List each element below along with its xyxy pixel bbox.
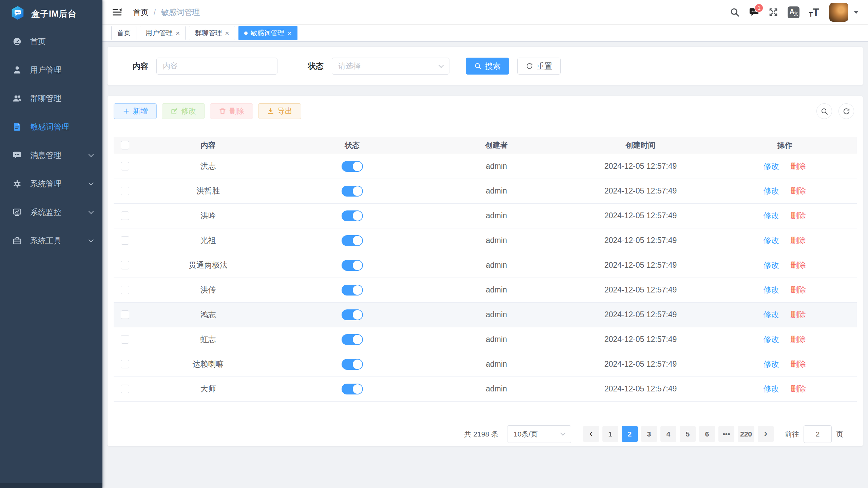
row-edit-link[interactable]: 修改	[764, 211, 779, 220]
row-checkbox[interactable]	[121, 335, 129, 344]
status-toggle[interactable]	[342, 359, 363, 370]
row-checkbox[interactable]	[121, 211, 129, 220]
sidebar-item-toolbox[interactable]: 系统工具	[0, 226, 102, 255]
row-delete-link[interactable]: 删除	[790, 285, 806, 294]
sidebar-item-group[interactable]: 群聊管理	[0, 84, 102, 113]
search-button-label: 搜索	[485, 61, 501, 72]
tab-close-icon[interactable]: ×	[288, 29, 292, 37]
row-delete-link[interactable]: 删除	[790, 335, 806, 344]
add-button[interactable]: 新增	[114, 103, 157, 119]
status-filter-select[interactable]: 请选择	[332, 58, 449, 75]
row-checkbox[interactable]	[121, 385, 129, 393]
page-button-1[interactable]: 1	[602, 426, 618, 442]
tab[interactable]: 敏感词管理 ×	[238, 26, 297, 40]
goto-page-input[interactable]	[804, 425, 832, 443]
tab-close-icon[interactable]: ×	[225, 29, 229, 37]
status-toggle[interactable]	[342, 210, 363, 221]
page-size-select[interactable]: 10条/页	[507, 425, 571, 443]
content-filter-input[interactable]	[156, 58, 277, 75]
fullscreen-icon[interactable]	[768, 7, 778, 17]
message-icon[interactable]: 1	[749, 7, 759, 17]
row-edit-link[interactable]: 修改	[764, 285, 779, 294]
page-button-3[interactable]: 3	[641, 426, 657, 442]
row-delete-link[interactable]: 删除	[790, 310, 806, 319]
row-checkbox[interactable]	[121, 162, 129, 170]
sidebar-item-document[interactable]: 敏感词管理	[0, 113, 102, 141]
tab-label: 首页	[117, 28, 131, 38]
sidebar-item-monitor[interactable]: 系统监控	[0, 198, 102, 226]
translate-icon[interactable]: A 文	[788, 6, 799, 18]
next-page-button[interactable]: ›	[758, 426, 774, 442]
row-checkbox[interactable]	[121, 236, 129, 245]
row-checkbox[interactable]	[121, 187, 129, 195]
row-delete-link[interactable]: 删除	[790, 384, 806, 393]
sidebar-item-user[interactable]: 用户管理	[0, 56, 102, 84]
status-toggle[interactable]	[342, 161, 363, 172]
row-edit-link[interactable]: 修改	[764, 236, 779, 245]
row-checkbox[interactable]	[121, 261, 129, 269]
app-root: 盒子IM后台 首页 用户管理 群聊管理 敏感词管理 消息管理 系统管理 系统监控…	[0, 0, 868, 488]
reset-button[interactable]: 重置	[517, 58, 561, 75]
page-button-2[interactable]: 2	[622, 426, 638, 442]
search-icon[interactable]	[730, 7, 740, 17]
row-delete-link[interactable]: 删除	[790, 211, 806, 220]
font-size-big-t: T	[813, 7, 819, 18]
cell-content: 洪哲胜	[136, 179, 280, 203]
page-button-6[interactable]: 6	[699, 426, 715, 442]
prev-page-button[interactable]: ‹	[583, 426, 599, 442]
tab-close-icon[interactable]: ×	[176, 29, 180, 37]
chevron-down-icon	[560, 430, 566, 436]
download-icon	[267, 107, 274, 115]
font-size-icon[interactable]: T T	[809, 7, 819, 18]
avatar[interactable]	[829, 3, 848, 22]
sidebar-item-label: 群聊管理	[30, 93, 61, 104]
row-delete-link[interactable]: 删除	[790, 162, 806, 170]
breadcrumb-home[interactable]: 首页	[133, 7, 149, 18]
page-button-4[interactable]: 4	[660, 426, 676, 442]
row-checkbox[interactable]	[121, 310, 129, 319]
row-edit-link[interactable]: 修改	[764, 310, 779, 319]
table-row: 贯通两极法 admin 2024-12-05 12:57:49 修改 删除	[114, 253, 857, 278]
status-toggle[interactable]	[342, 186, 363, 197]
table-refresh-button[interactable]	[838, 103, 854, 119]
delete-button[interactable]: 删除	[210, 103, 253, 119]
row-edit-link[interactable]: 修改	[764, 261, 779, 269]
row-edit-link[interactable]: 修改	[764, 162, 779, 170]
row-delete-link[interactable]: 删除	[790, 186, 806, 195]
edit-button[interactable]: 修改	[162, 103, 205, 119]
row-checkbox[interactable]	[121, 286, 129, 294]
refresh-icon	[843, 107, 850, 115]
sidebar-item-dashboard[interactable]: 首页	[0, 27, 102, 56]
search-button[interactable]: 搜索	[466, 58, 509, 75]
sidebar-collapse-icon[interactable]	[112, 8, 122, 17]
sidebar-item-message[interactable]: 消息管理	[0, 141, 102, 169]
status-toggle[interactable]	[342, 260, 363, 271]
status-toggle[interactable]	[342, 384, 363, 394]
cell-created-time: 2024-12-05 12:57:49	[568, 302, 713, 327]
tab[interactable]: 群聊管理 ×	[189, 26, 235, 40]
page-button-220[interactable]: 220	[738, 426, 754, 442]
select-all-checkbox[interactable]	[121, 141, 129, 149]
row-checkbox[interactable]	[121, 360, 129, 368]
cell-created-time: 2024-12-05 12:57:49	[568, 327, 713, 352]
status-toggle[interactable]	[342, 235, 363, 246]
tab[interactable]: 用户管理 ×	[140, 26, 186, 40]
cell-creator: admin	[424, 302, 568, 327]
caret-down-icon[interactable]	[854, 11, 859, 14]
status-toggle[interactable]	[342, 334, 363, 345]
sidebar-item-gear[interactable]: 系统管理	[0, 169, 102, 198]
tab[interactable]: 首页	[111, 26, 136, 40]
row-edit-link[interactable]: 修改	[764, 335, 779, 344]
row-delete-link[interactable]: 删除	[790, 360, 806, 368]
row-edit-link[interactable]: 修改	[764, 186, 779, 195]
status-toggle[interactable]	[342, 285, 363, 296]
row-delete-link[interactable]: 删除	[790, 261, 806, 269]
page-button-5[interactable]: 5	[680, 426, 696, 442]
export-button[interactable]: 导出	[258, 103, 301, 119]
row-edit-link[interactable]: 修改	[764, 360, 779, 368]
page-ellipsis[interactable]: •••	[718, 426, 734, 442]
table-search-toggle-button[interactable]	[816, 103, 832, 119]
row-delete-link[interactable]: 删除	[790, 236, 806, 245]
row-edit-link[interactable]: 修改	[764, 384, 779, 393]
status-toggle[interactable]	[342, 309, 363, 320]
